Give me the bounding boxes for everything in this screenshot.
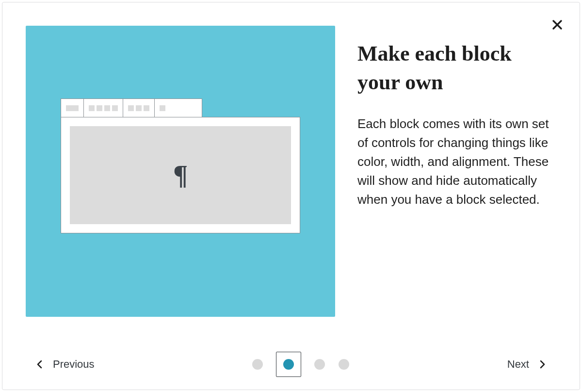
illustration-panel: ¶ bbox=[26, 26, 335, 317]
toolbar-icon bbox=[89, 105, 95, 111]
next-label: Next bbox=[507, 358, 529, 371]
guide-stage: ¶ Make each block your own Each block co… bbox=[0, 0, 582, 392]
page-dot-indicator bbox=[339, 359, 349, 370]
toolbar-icon bbox=[97, 105, 102, 111]
guide-footer: Previous Next bbox=[2, 339, 580, 390]
block-toolbar bbox=[61, 98, 202, 118]
page-dot-3[interactable] bbox=[314, 359, 325, 370]
next-button[interactable]: Next bbox=[501, 354, 552, 375]
page-dot-2[interactable] bbox=[276, 352, 301, 377]
toolbar-icon bbox=[104, 105, 110, 111]
page-dot-indicator bbox=[314, 359, 325, 370]
block-canvas: ¶ bbox=[61, 117, 300, 233]
guide-heading: Make each block your own bbox=[357, 39, 556, 97]
guide-body-text: Each block comes with its own set of con… bbox=[357, 114, 556, 209]
toolbar-icon bbox=[136, 105, 142, 111]
toolbar-icon bbox=[66, 105, 79, 111]
page-dot-indicator bbox=[283, 359, 294, 370]
toolbar-icon bbox=[160, 105, 165, 111]
guide-card: ¶ Make each block your own Each block co… bbox=[2, 2, 580, 390]
guide-body: ¶ Make each block your own Each block co… bbox=[2, 2, 580, 339]
toolbar-group-2 bbox=[84, 99, 123, 117]
toolbar-group-1 bbox=[61, 99, 83, 117]
toolbar-group-3 bbox=[123, 99, 154, 117]
toolbar-icon bbox=[112, 105, 118, 111]
page-dot-4[interactable] bbox=[338, 359, 350, 370]
block-canvas-content: ¶ bbox=[70, 126, 291, 224]
toolbar-group-4 bbox=[155, 99, 170, 117]
page-indicators bbox=[252, 352, 350, 377]
paragraph-icon: ¶ bbox=[173, 162, 188, 189]
page-dot-1[interactable] bbox=[252, 359, 263, 370]
chevron-right-icon bbox=[538, 360, 547, 369]
previous-label: Previous bbox=[53, 358, 95, 371]
copy-panel: Make each block your own Each block come… bbox=[357, 26, 556, 339]
previous-button[interactable]: Previous bbox=[30, 354, 100, 375]
toolbar-icon bbox=[144, 105, 149, 111]
toolbar-icon bbox=[128, 105, 134, 111]
page-dot-indicator bbox=[252, 359, 263, 370]
chevron-left-icon bbox=[35, 360, 44, 369]
